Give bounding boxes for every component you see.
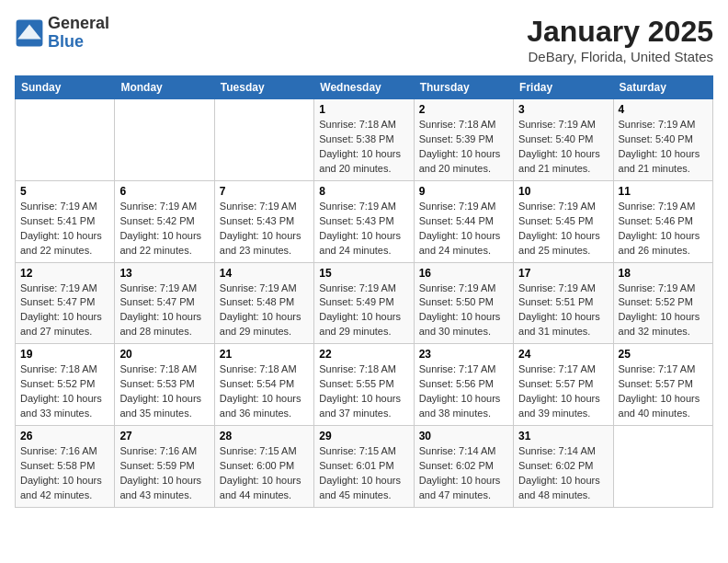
day-number: 21 — [220, 348, 309, 361]
day-info: Sunrise: 7:17 AM Sunset: 5:57 PM Dayligh… — [518, 362, 608, 421]
day-cell: 6Sunrise: 7:19 AM Sunset: 5:42 PM Daylig… — [115, 180, 214, 262]
day-info: Sunrise: 7:19 AM Sunset: 5:52 PM Dayligh… — [619, 282, 708, 340]
title-block: January 2025 DeBary, Florida, United Sta… — [527, 15, 713, 64]
day-number: 18 — [619, 267, 708, 280]
day-header-wednesday: Wednesday — [314, 76, 414, 99]
day-header-thursday: Thursday — [414, 76, 513, 99]
day-info: Sunrise: 7:19 AM Sunset: 5:43 PM Dayligh… — [319, 200, 408, 259]
day-cell: 19Sunrise: 7:18 AM Sunset: 5:52 PM Dayli… — [16, 344, 115, 426]
day-cell: 2Sunrise: 7:18 AM Sunset: 5:39 PM Daylig… — [414, 99, 513, 181]
day-cell: 28Sunrise: 7:15 AM Sunset: 6:00 PM Dayli… — [214, 426, 313, 508]
day-info: Sunrise: 7:18 AM Sunset: 5:39 PM Dayligh… — [419, 118, 508, 177]
day-info: Sunrise: 7:17 AM Sunset: 5:56 PM Dayligh… — [419, 362, 508, 421]
day-info: Sunrise: 7:19 AM Sunset: 5:47 PM Dayligh… — [119, 282, 209, 340]
day-cell: 29Sunrise: 7:15 AM Sunset: 6:01 PM Dayli… — [314, 426, 414, 508]
week-row-4: 19Sunrise: 7:18 AM Sunset: 5:52 PM Dayli… — [16, 344, 713, 426]
day-cell — [16, 99, 115, 181]
day-header-monday: Monday — [115, 76, 214, 99]
day-cell: 22Sunrise: 7:18 AM Sunset: 5:55 PM Dayli… — [314, 344, 414, 426]
day-number: 30 — [419, 430, 508, 442]
day-number: 8 — [319, 185, 408, 198]
day-number: 11 — [619, 185, 708, 198]
day-number: 15 — [319, 267, 408, 280]
day-cell: 24Sunrise: 7:17 AM Sunset: 5:57 PM Dayli… — [514, 344, 613, 426]
day-info: Sunrise: 7:19 AM Sunset: 5:47 PM Dayligh… — [20, 282, 109, 340]
day-cell: 20Sunrise: 7:18 AM Sunset: 5:53 PM Dayli… — [115, 344, 214, 426]
day-cell: 18Sunrise: 7:19 AM Sunset: 5:52 PM Dayli… — [613, 262, 712, 344]
day-info: Sunrise: 7:19 AM Sunset: 5:40 PM Dayligh… — [619, 118, 708, 177]
week-row-3: 12Sunrise: 7:19 AM Sunset: 5:47 PM Dayli… — [16, 262, 713, 344]
day-cell — [613, 426, 712, 508]
day-number: 6 — [119, 185, 209, 198]
day-info: Sunrise: 7:16 AM Sunset: 5:58 PM Dayligh… — [20, 444, 109, 503]
day-info: Sunrise: 7:19 AM Sunset: 5:43 PM Dayligh… — [220, 200, 309, 259]
day-number: 23 — [419, 348, 508, 361]
day-number: 29 — [319, 430, 408, 442]
day-info: Sunrise: 7:19 AM Sunset: 5:40 PM Dayligh… — [518, 118, 608, 177]
day-cell: 11Sunrise: 7:19 AM Sunset: 5:46 PM Dayli… — [613, 180, 712, 262]
day-cell: 9Sunrise: 7:19 AM Sunset: 5:44 PM Daylig… — [414, 180, 513, 262]
logo-icon — [15, 18, 44, 48]
day-number: 19 — [20, 348, 109, 361]
day-number: 24 — [518, 348, 608, 361]
day-number: 16 — [419, 267, 508, 280]
calendar-table: SundayMondayTuesdayWednesdayThursdayFrid… — [15, 75, 713, 508]
day-header-saturday: Saturday — [613, 76, 712, 99]
day-info: Sunrise: 7:19 AM Sunset: 5:46 PM Dayligh… — [619, 200, 708, 259]
day-info: Sunrise: 7:19 AM Sunset: 5:51 PM Dayligh… — [518, 282, 608, 340]
day-info: Sunrise: 7:19 AM Sunset: 5:50 PM Dayligh… — [419, 282, 508, 340]
day-info: Sunrise: 7:19 AM Sunset: 5:41 PM Dayligh… — [20, 200, 109, 259]
day-cell: 23Sunrise: 7:17 AM Sunset: 5:56 PM Dayli… — [414, 344, 513, 426]
day-cell: 30Sunrise: 7:14 AM Sunset: 6:02 PM Dayli… — [414, 426, 513, 508]
month-title: January 2025 — [527, 15, 713, 49]
day-cell: 3Sunrise: 7:19 AM Sunset: 5:40 PM Daylig… — [514, 99, 613, 181]
day-number: 25 — [619, 348, 708, 361]
day-number: 9 — [419, 185, 508, 198]
day-cell: 10Sunrise: 7:19 AM Sunset: 5:45 PM Dayli… — [514, 180, 613, 262]
page-header: General Blue January 2025 DeBary, Florid… — [15, 15, 713, 64]
day-cell: 25Sunrise: 7:17 AM Sunset: 5:57 PM Dayli… — [613, 344, 712, 426]
day-info: Sunrise: 7:19 AM Sunset: 5:42 PM Dayligh… — [119, 200, 209, 259]
day-cell: 12Sunrise: 7:19 AM Sunset: 5:47 PM Dayli… — [16, 262, 115, 344]
day-info: Sunrise: 7:17 AM Sunset: 5:57 PM Dayligh… — [619, 362, 708, 421]
header-row: SundayMondayTuesdayWednesdayThursdayFrid… — [16, 76, 713, 99]
day-info: Sunrise: 7:18 AM Sunset: 5:53 PM Dayligh… — [119, 362, 209, 421]
day-number: 14 — [220, 267, 309, 280]
day-number: 1 — [319, 103, 408, 116]
day-info: Sunrise: 7:14 AM Sunset: 6:02 PM Dayligh… — [518, 444, 608, 503]
day-cell: 1Sunrise: 7:18 AM Sunset: 5:38 PM Daylig… — [314, 99, 414, 181]
day-cell: 17Sunrise: 7:19 AM Sunset: 5:51 PM Dayli… — [514, 262, 613, 344]
day-cell: 7Sunrise: 7:19 AM Sunset: 5:43 PM Daylig… — [214, 180, 313, 262]
day-info: Sunrise: 7:15 AM Sunset: 6:01 PM Dayligh… — [319, 444, 408, 503]
day-cell: 13Sunrise: 7:19 AM Sunset: 5:47 PM Dayli… — [115, 262, 214, 344]
day-info: Sunrise: 7:18 AM Sunset: 5:54 PM Dayligh… — [220, 362, 309, 421]
day-header-tuesday: Tuesday — [214, 76, 313, 99]
week-row-2: 5Sunrise: 7:19 AM Sunset: 5:41 PM Daylig… — [16, 180, 713, 262]
day-number: 2 — [419, 103, 508, 116]
day-header-friday: Friday — [514, 76, 613, 99]
day-number: 4 — [619, 103, 708, 116]
day-cell — [214, 99, 313, 181]
day-info: Sunrise: 7:18 AM Sunset: 5:55 PM Dayligh… — [319, 362, 408, 421]
day-number: 28 — [220, 430, 309, 442]
day-info: Sunrise: 7:19 AM Sunset: 5:44 PM Dayligh… — [419, 200, 508, 259]
day-info: Sunrise: 7:19 AM Sunset: 5:49 PM Dayligh… — [319, 282, 408, 340]
day-number: 20 — [119, 348, 209, 361]
day-number: 12 — [20, 267, 109, 280]
day-number: 31 — [518, 430, 608, 442]
day-info: Sunrise: 7:15 AM Sunset: 6:00 PM Dayligh… — [220, 444, 309, 503]
day-header-sunday: Sunday — [16, 76, 115, 99]
day-info: Sunrise: 7:18 AM Sunset: 5:38 PM Dayligh… — [319, 118, 408, 177]
day-info: Sunrise: 7:16 AM Sunset: 5:59 PM Dayligh… — [119, 444, 209, 503]
day-info: Sunrise: 7:14 AM Sunset: 6:02 PM Dayligh… — [419, 444, 508, 503]
day-number: 17 — [518, 267, 608, 280]
day-number: 22 — [319, 348, 408, 361]
day-number: 7 — [220, 185, 309, 198]
day-number: 27 — [119, 430, 209, 442]
day-cell: 5Sunrise: 7:19 AM Sunset: 5:41 PM Daylig… — [16, 180, 115, 262]
week-row-1: 1Sunrise: 7:18 AM Sunset: 5:38 PM Daylig… — [16, 99, 713, 181]
day-cell: 16Sunrise: 7:19 AM Sunset: 5:50 PM Dayli… — [414, 262, 513, 344]
day-number: 3 — [518, 103, 608, 116]
day-number: 13 — [119, 267, 209, 280]
week-row-5: 26Sunrise: 7:16 AM Sunset: 5:58 PM Dayli… — [16, 426, 713, 508]
